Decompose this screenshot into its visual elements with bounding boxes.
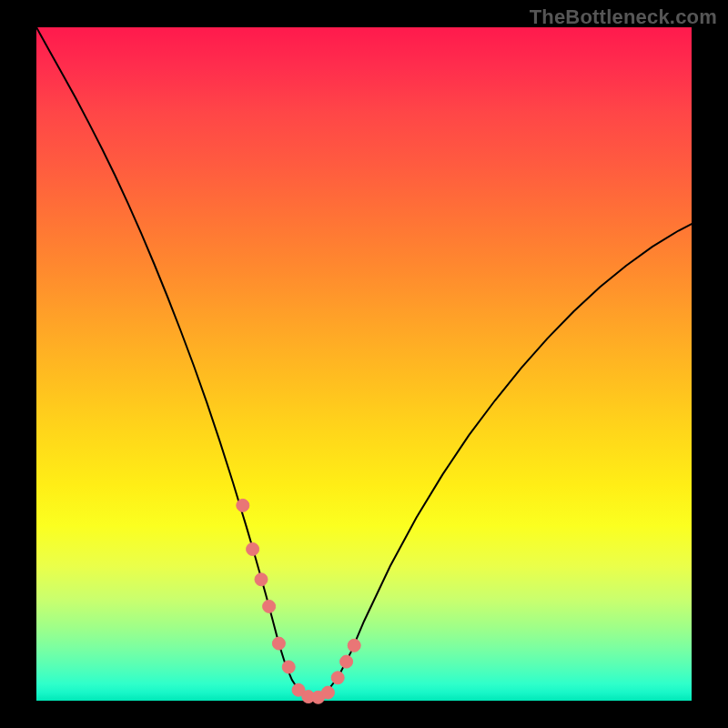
plot-area: [36, 27, 692, 701]
highlight-markers: [237, 499, 360, 703]
marker-dot: [331, 672, 344, 684]
marker-dot: [255, 573, 268, 586]
bottleneck-curve: [36, 27, 692, 698]
watermark-text: TheBottleneck.com: [530, 5, 717, 29]
marker-dot: [282, 661, 295, 673]
marker-dot: [348, 639, 360, 652]
marker-dot: [321, 686, 334, 699]
marker-dot: [237, 499, 249, 511]
chart-frame: TheBottleneck.com: [0, 0, 728, 728]
marker-dot: [247, 543, 259, 556]
marker-dot: [263, 600, 276, 612]
chart-svg: [36, 27, 692, 701]
marker-dot: [272, 637, 285, 650]
marker-dot: [340, 655, 353, 668]
